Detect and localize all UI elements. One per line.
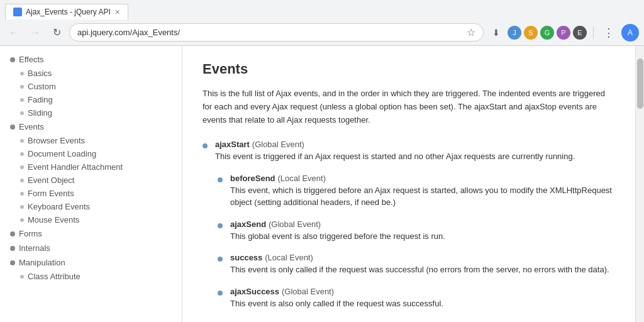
- browser-chrome: Ajax_Events - jQuery API ✕ ← → ↻ api.jqu…: [0, 0, 644, 46]
- event-name-ajaxstart: ajaxStart: [215, 140, 250, 149]
- sidebar-item-fading[interactable]: Fading: [0, 93, 182, 106]
- scrollbar-thumb[interactable]: [637, 58, 643, 109]
- sidebar-item-mouse-events-label: Mouse Events: [28, 215, 79, 225]
- sidebar-section-manipulation-label: Manipulation: [19, 258, 65, 267]
- ext-icon-3[interactable]: G: [540, 26, 554, 40]
- download-icon[interactable]: ⬇: [487, 24, 505, 42]
- sidebar-section-effects[interactable]: Effects: [0, 52, 182, 67]
- browser-tab[interactable]: Ajax_Events - jQuery API ✕: [5, 4, 128, 19]
- right-scrollbar[interactable]: [635, 46, 644, 322]
- sidebar-item-form-events[interactable]: Form Events: [0, 187, 182, 200]
- event-item-ajaxsend: ajaxSend (Global Event) This global even…: [218, 219, 615, 243]
- sidebar-item-class-attribute[interactable]: Class Attribute: [0, 270, 182, 283]
- sidebar-item-basics-label: Basics: [28, 69, 52, 78]
- event-type-beforesend: (Local Event): [277, 174, 326, 183]
- sidebar-item-browser-events[interactable]: Browser Events: [0, 134, 182, 147]
- ext-icon-4[interactable]: P: [557, 26, 570, 40]
- sidebar-item-event-object[interactable]: Event Object: [0, 174, 182, 187]
- event-name-success: success: [230, 253, 262, 262]
- sidebar-section-internals-label: Internals: [19, 243, 50, 253]
- main-layout: Effects Basics Custom Fading Sliding Eve…: [0, 46, 644, 322]
- tab-close-button[interactable]: ✕: [114, 8, 120, 16]
- event-type-ajaxstart: (Global Event): [252, 140, 304, 149]
- forward-button[interactable]: →: [26, 24, 44, 42]
- nav-bar: ← → ↻ api.jquery.com/Ajax_Events/ ☆ ⬇ J …: [0, 19, 644, 45]
- event-name-beforesend: beforeSend: [230, 174, 275, 183]
- menu-icon[interactable]: ⋮: [600, 24, 618, 42]
- tab-title: Ajax_Events - jQuery API: [26, 8, 111, 16]
- sidebar-item-class-attribute-label: Class Attribute: [28, 272, 80, 281]
- content-area: Events This is the full list of Ajax eve…: [182, 46, 635, 322]
- tab-favicon: [13, 8, 22, 16]
- sidebar-item-fading-label: Fading: [28, 95, 53, 104]
- sidebar-item-keyboard-events-label: Keyboard Events: [28, 202, 90, 211]
- sidebar-item-event-handler-label: Event Handler Attachment: [28, 162, 123, 172]
- event-name-ajaxsend: ajaxSend: [230, 219, 266, 229]
- event-name-ajaxsuccess: ajaxSuccess: [230, 287, 279, 296]
- event-desc-ajaxsend: This global event is also triggered befo…: [230, 230, 615, 243]
- event-type-ajaxsuccess: (Global Event): [282, 287, 334, 296]
- sidebar-section-events[interactable]: Events: [0, 119, 182, 134]
- profile-icon[interactable]: A: [621, 24, 639, 42]
- sidebar-section-events-label: Events: [19, 122, 44, 131]
- event-item-ajaxstart: ajaxStart (Global Event) This event is t…: [203, 139, 615, 163]
- event-desc-beforesend: This event, which is triggered before an…: [230, 184, 615, 209]
- refresh-button[interactable]: ↻: [48, 24, 65, 42]
- event-desc-ajaxstart: This event is triggered if an Ajax reque…: [215, 150, 615, 163]
- sidebar-item-custom-label: Custom: [28, 82, 56, 91]
- sidebar-section-manipulation[interactable]: Manipulation: [0, 255, 182, 270]
- sidebar-item-sliding-label: Sliding: [28, 108, 52, 118]
- sidebar-item-document-loading-label: Document Loading: [28, 149, 96, 158]
- ext-icon-2[interactable]: S: [524, 26, 538, 40]
- event-item-beforesend: beforeSend (Local Event) This event, whi…: [218, 173, 615, 209]
- sidebar-section-forms-label: Forms: [19, 229, 42, 238]
- address-bar[interactable]: api.jquery.com/Ajax_Events/ ☆: [69, 23, 484, 42]
- sidebar-item-sliding[interactable]: Sliding: [0, 106, 182, 119]
- sidebar-item-browser-events-label: Browser Events: [28, 136, 85, 145]
- sidebar-item-event-handler[interactable]: Event Handler Attachment: [0, 160, 182, 174]
- event-item-ajaxsuccess: ajaxSuccess (Global Event) This event is…: [218, 286, 615, 310]
- sidebar-item-document-loading[interactable]: Document Loading: [0, 147, 182, 160]
- ext-icon-5[interactable]: E: [573, 26, 587, 40]
- sidebar-item-custom[interactable]: Custom: [0, 80, 182, 93]
- tab-bar: Ajax_Events - jQuery API ✕: [0, 0, 644, 19]
- event-desc-ajaxsuccess: This event is also only called if the re…: [230, 297, 615, 310]
- event-type-ajaxsend: (Global Event): [269, 219, 321, 229]
- back-button[interactable]: ←: [5, 24, 23, 42]
- extension-icons: ⬇ J S G P E: [487, 24, 587, 42]
- sidebar-section-effects-label: Effects: [19, 55, 44, 64]
- nav-divider: [593, 26, 594, 39]
- event-type-success: (Local Event): [265, 253, 313, 262]
- star-icon[interactable]: ☆: [467, 26, 475, 38]
- event-desc-success: This event is only called if the request…: [230, 264, 615, 276]
- address-text: api.jquery.com/Ajax_Events/: [77, 28, 467, 37]
- sidebar-item-mouse-events[interactable]: Mouse Events: [0, 213, 182, 226]
- sidebar-section-internals[interactable]: Internals: [0, 241, 182, 255]
- event-item-error: error (Local Event) This event is only c…: [218, 319, 615, 322]
- event-list: ajaxStart (Global Event) This event is t…: [203, 139, 615, 322]
- sidebar-item-event-object-label: Event Object: [28, 175, 74, 185]
- intro-text: This is the full list of Ajax events, an…: [203, 87, 615, 126]
- sidebar: Effects Basics Custom Fading Sliding Eve…: [0, 46, 182, 322]
- sidebar-item-basics[interactable]: Basics: [0, 67, 182, 80]
- sidebar-section-forms[interactable]: Forms: [0, 226, 182, 241]
- ext-icon-1[interactable]: J: [508, 26, 521, 40]
- sidebar-item-keyboard-events[interactable]: Keyboard Events: [0, 200, 182, 213]
- event-item-success: success (Local Event) This event is only…: [218, 252, 615, 276]
- page-title: Events: [203, 61, 615, 77]
- sidebar-item-form-events-label: Form Events: [28, 189, 74, 198]
